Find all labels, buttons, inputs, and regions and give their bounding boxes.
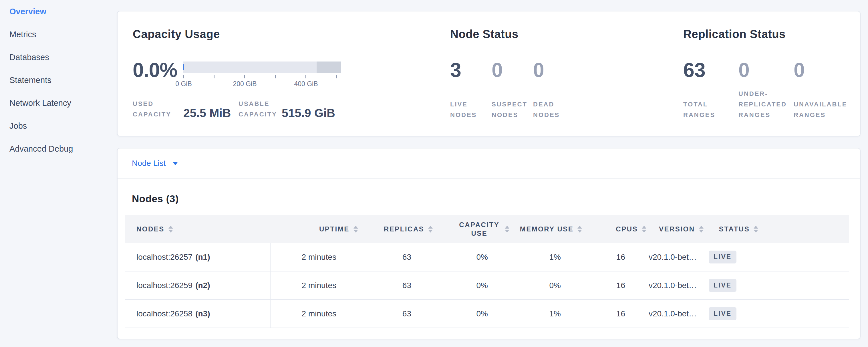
node-address-cell[interactable]: localhost:26258 (n3): [125, 300, 271, 327]
unavailable-ranges-label: UNAVAILABLE RANGES: [794, 88, 849, 120]
sort-icon[interactable]: [428, 226, 433, 232]
status-cell: LIVE: [700, 300, 830, 327]
column-header-replicas[interactable]: REPLICAS: [358, 225, 433, 233]
capacity-use-cell: 0%: [422, 243, 499, 271]
usable-capacity-label: USABLE CAPACITY: [239, 98, 282, 120]
suspect-nodes-value: 0: [492, 59, 533, 81]
table-row-node-3[interactable]: localhost:26258 (n3) 2 minutes 63 0% 1% …: [125, 300, 849, 328]
sidebar: Overview Metrics Databases Statements Ne…: [0, 0, 117, 167]
sort-icon[interactable]: [699, 226, 704, 232]
column-header-cpus[interactable]: CPUS: [582, 225, 646, 233]
capacity-usage-title: Capacity Usage: [133, 28, 341, 40]
replicas-cell: 63: [347, 272, 422, 299]
total-ranges-label: TOTAL RANGES: [683, 88, 739, 120]
capacity-bar-other-segment: [317, 62, 341, 73]
used-capacity-value: 25.5 MiB: [183, 106, 239, 120]
capacity-axis-ticks: [183, 75, 341, 78]
replicas-cell: 63: [347, 300, 422, 327]
live-nodes-value: 3: [450, 59, 492, 81]
usable-capacity-value: 515.9 GiB: [282, 106, 335, 120]
status-badge: LIVE: [709, 279, 737, 292]
suspect-nodes-label: SUSPECT NODES: [492, 88, 533, 120]
admin-ui-overview-page: Overview Metrics Databases Statements Ne…: [0, 0, 868, 347]
node-status-panel: Node Status 3 LIVE NODES 0 SUSPECT NODES: [450, 28, 575, 120]
status-cell: LIVE: [700, 243, 830, 271]
axis-label-0gib: 0 GiB: [175, 80, 192, 88]
axis-label-200gib: 200 GiB: [233, 80, 256, 88]
status-cell: LIVE: [700, 272, 830, 299]
uptime-cell: 2 minutes: [271, 300, 347, 327]
capacity-bar-track: [183, 62, 341, 73]
node-list-selector[interactable]: Node List: [118, 149, 860, 179]
nodes-table-header: NODES UPTIME REPLICAS CAPACITY USE: [125, 215, 849, 243]
sort-icon[interactable]: [353, 226, 358, 232]
total-ranges-value: 63: [683, 59, 739, 81]
replication-status-title: Replication Status: [683, 28, 849, 40]
column-header-memory-use[interactable]: MEMORY USE: [509, 225, 582, 233]
capacity-use-cell: 0%: [422, 300, 499, 327]
memory-use-cell: 1%: [499, 300, 572, 327]
stat-live-nodes: 3 LIVE NODES: [450, 59, 492, 120]
sort-icon[interactable]: [168, 226, 173, 232]
table-row-node-2[interactable]: localhost:26259 (n2) 2 minutes 63 0% 0% …: [125, 272, 849, 300]
node-status-title: Node Status: [450, 28, 575, 40]
replication-status-panel: Replication Status 63 TOTAL RANGES 0 UND…: [683, 28, 849, 120]
sort-icon[interactable]: [505, 226, 509, 232]
sort-icon[interactable]: [578, 226, 582, 232]
stat-unavailable-ranges: 0 UNAVAILABLE RANGES: [794, 59, 849, 120]
dead-nodes-value: 0: [533, 59, 575, 81]
replicas-cell: 63: [347, 243, 422, 271]
sidebar-item-databases[interactable]: Databases: [9, 52, 117, 62]
node-list-selector-label: Node List: [132, 159, 165, 168]
stat-dead-nodes: 0 DEAD NODES: [533, 59, 575, 120]
node-address-cell[interactable]: localhost:26259 (n2): [125, 272, 271, 299]
stat-under-replicated-ranges: 0 UNDER- REPLICATED RANGES: [739, 59, 794, 120]
table-row-node-1[interactable]: localhost:26257 (n1) 2 minutes 63 0% 1% …: [125, 243, 849, 272]
node-address-cell[interactable]: localhost:26257 (n1): [125, 243, 271, 271]
uptime-cell: 2 minutes: [271, 243, 347, 271]
version-cell: v20.1.0-bet…: [636, 300, 700, 327]
node-list-card: Node List Nodes (3) NODES UPTIME: [117, 148, 861, 339]
capacity-bar-used-segment: [183, 64, 184, 70]
nodes-count-title: Nodes (3): [132, 192, 849, 206]
memory-use-cell: 0%: [499, 272, 572, 299]
version-cell: v20.1.0-bet…: [636, 272, 700, 299]
under-replicated-ranges-value: 0: [739, 59, 794, 81]
sidebar-item-advanced-debug[interactable]: Advanced Debug: [9, 144, 117, 154]
live-nodes-label: LIVE NODES: [450, 88, 492, 120]
chevron-down-icon: [173, 162, 178, 165]
column-header-status[interactable]: STATUS: [710, 225, 840, 233]
nodes-table: NODES UPTIME REPLICAS CAPACITY USE: [125, 215, 849, 328]
under-replicated-ranges-label: UNDER- REPLICATED RANGES: [739, 88, 794, 120]
capacity-usage-panel: Capacity Usage 0.0%: [133, 28, 341, 120]
cpus-cell: 16: [572, 272, 636, 299]
column-header-nodes[interactable]: NODES: [136, 225, 281, 233]
sidebar-item-overview[interactable]: Overview: [9, 7, 117, 16]
used-capacity-label: USED CAPACITY: [133, 98, 183, 120]
stat-suspect-nodes: 0 SUSPECT NODES: [492, 59, 533, 120]
cpus-cell: 16: [572, 300, 636, 327]
uptime-cell: 2 minutes: [271, 272, 347, 299]
column-header-capacity-use[interactable]: CAPACITY USE: [433, 221, 509, 238]
nodes-section: Nodes (3) NODES UPTIME REPLICAS: [118, 179, 860, 328]
sidebar-item-metrics[interactable]: Metrics: [9, 29, 117, 39]
axis-label-400gib: 400 GiB: [294, 80, 318, 88]
sidebar-item-jobs[interactable]: Jobs: [9, 121, 117, 131]
status-badge: LIVE: [709, 307, 737, 320]
sort-icon[interactable]: [642, 226, 646, 232]
sidebar-item-network-latency[interactable]: Network Latency: [9, 98, 117, 108]
stat-total-ranges: 63 TOTAL RANGES: [683, 59, 739, 120]
cluster-summary-card: Capacity Usage 0.0%: [117, 11, 861, 136]
capacity-use-cell: 0%: [422, 272, 499, 299]
dead-nodes-label: DEAD NODES: [533, 88, 575, 120]
cpus-cell: 16: [572, 243, 636, 271]
sort-icon[interactable]: [753, 226, 758, 232]
capacity-bar-chart: 0 GiB 200 GiB 400 GiB: [183, 62, 341, 88]
capacity-axis-labels: 0 GiB 200 GiB 400 GiB: [183, 80, 341, 88]
unavailable-ranges-value: 0: [794, 59, 849, 81]
column-header-version[interactable]: VERSION: [646, 225, 710, 233]
column-header-uptime[interactable]: UPTIME: [281, 225, 358, 233]
version-cell: v20.1.0-bet…: [636, 243, 700, 271]
sidebar-item-statements[interactable]: Statements: [9, 75, 117, 85]
memory-use-cell: 1%: [499, 243, 572, 271]
